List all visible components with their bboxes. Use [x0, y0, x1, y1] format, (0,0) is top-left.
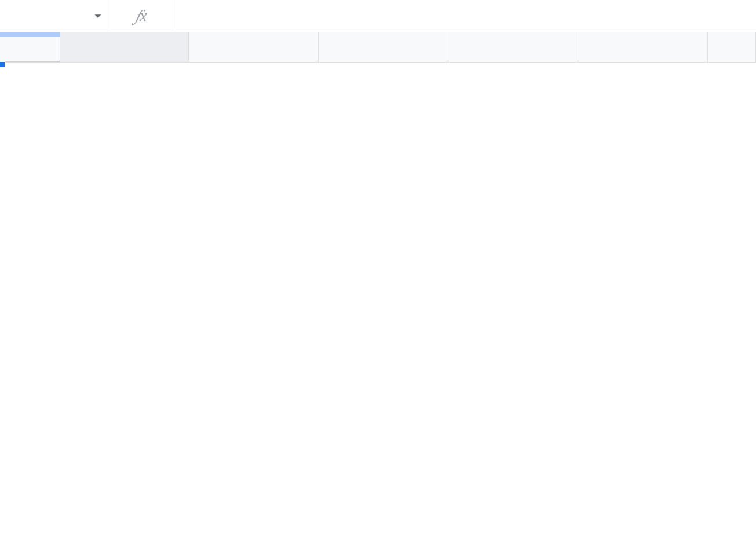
dropdown-icon[interactable] [94, 12, 102, 20]
formula-bar: 𝑓x [0, 0, 756, 32]
select-all-corner[interactable] [0, 32, 60, 62]
col-header-A[interactable] [60, 32, 189, 62]
col-header-E[interactable] [578, 32, 708, 62]
spreadsheet-grid [0, 32, 756, 63]
col-header-D[interactable] [448, 32, 578, 62]
name-box[interactable] [5, 5, 109, 28]
fx-box: 𝑓x [109, 0, 173, 32]
column-headers [0, 32, 756, 63]
selection-outline [0, 63, 3, 66]
col-header-B[interactable] [189, 32, 319, 62]
col-header-extra[interactable] [708, 32, 756, 62]
col-header-C[interactable] [319, 32, 448, 62]
formula-input[interactable] [173, 0, 751, 32]
fx-icon: 𝑓x [135, 6, 147, 26]
